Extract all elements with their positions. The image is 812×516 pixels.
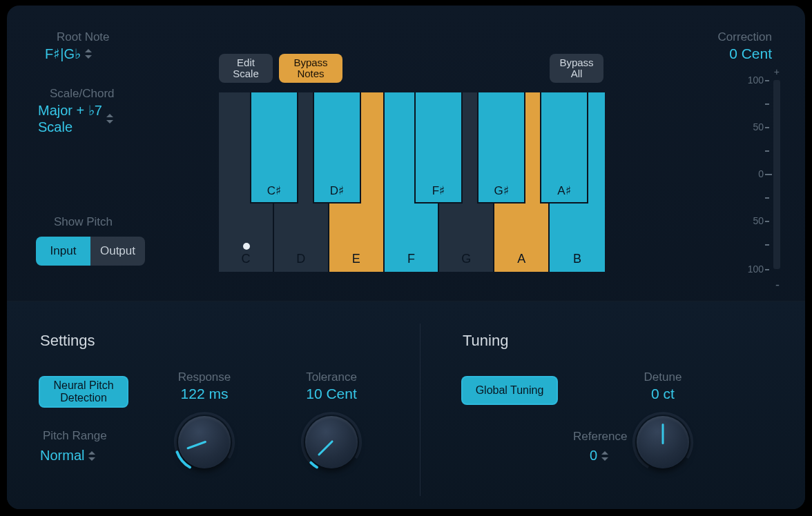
scale-chord-label: Scale/Chord [50,87,115,101]
tolerance-knob-unit: Tolerance 10 Cent [276,370,387,474]
key-label: C♯ [251,183,297,198]
root-note-value: F♯|G♭ [45,46,81,62]
correction-value: 0 Cent [729,46,772,62]
pitch-range-selector[interactable]: Normal [40,448,96,464]
meter-tick-label: 50 [736,215,764,226]
show-pitch-label: Show Pitch [54,215,113,229]
key-label: F [385,252,438,266]
black-key-Dsharp[interactable]: D♯ [313,92,361,204]
key-label: E [329,252,383,266]
meter-tick-label: 100 [736,264,764,275]
black-key-Asharp[interactable]: A♯ [540,92,588,204]
reference-value: 0 [590,448,597,464]
meter-tick [765,103,769,105]
meter-tick [765,150,769,152]
knob-pointer [662,424,664,444]
chevron-updown-icon [85,49,93,59]
chevron-updown-icon [106,114,114,123]
meter-tick [765,221,769,222]
bottom-section: Settings Tuning Neural Pitch Detection G… [7,301,805,509]
black-key-Gsharp[interactable]: G♯ [477,92,525,204]
scale-chord-value: Major + ♭7 Scale [38,102,102,135]
root-note-label: Root Note [57,30,110,44]
meter-tick [765,127,769,128]
key-label: G [439,252,493,266]
top-section: Root Note F♯|G♭ Scale/Chord Major + ♭7 S… [7,6,805,301]
show-pitch-input-button[interactable]: Input [36,237,90,266]
root-note-selector[interactable]: F♯|G♭ [45,46,93,62]
bypass-notes-button[interactable]: Bypass Notes [279,54,342,83]
key-label: A♯ [541,183,587,198]
tuning-title: Tuning [463,332,508,350]
meter-minus: - [775,278,780,292]
detune-value: 0 ct [608,386,718,402]
correction-meter[interactable]: + 10050050100 - [711,68,780,288]
settings-title: Settings [40,332,95,350]
scale-keyboard: CDEFGAB C♯D♯F♯G♯A♯ [219,92,605,272]
black-key-Fsharp[interactable]: F♯ [414,92,463,204]
response-value: 122 ms [149,386,260,402]
key-label: G♯ [478,183,524,198]
bypass-all-button[interactable]: Bypass All [550,54,603,83]
edit-scale-button[interactable]: Edit Scale [219,54,273,83]
pitch-range-value: Normal [40,448,84,464]
meter-tick [765,269,769,270]
meter-tick-label: 0 [736,168,764,179]
response-knob[interactable] [173,410,236,474]
tolerance-value: 10 Cent [276,386,387,402]
response-label: Response [149,370,260,384]
meter-tick [765,80,769,81]
scale-chord-selector[interactable]: Major + ♭7 Scale [38,102,114,135]
key-label: C [219,252,273,266]
neural-pitch-detection-button[interactable]: Neural Pitch Detection [39,376,128,408]
black-key-Csharp[interactable]: C♯ [250,92,298,204]
correction-label: Correction [718,30,772,44]
reference-selector[interactable]: 0 [590,448,609,464]
meter-tick-label: 100 [736,75,764,86]
detune-knob-unit: Detune 0 ct [608,370,718,474]
meter-tick-label: 50 [736,121,764,132]
section-divider [420,324,420,496]
chevron-updown-icon [88,451,96,461]
meter-tick [765,197,769,199]
meter-tick [765,244,769,246]
global-tuning-button[interactable]: Global Tuning [461,376,558,405]
knob-arc-icon [300,410,363,474]
tolerance-knob[interactable] [300,410,363,474]
pitch-range-label: Pitch Range [43,429,107,443]
meter-track [773,80,780,269]
black-keys-row: C♯D♯F♯G♯A♯ [219,92,605,204]
response-knob-unit: Response 122 ms [149,370,260,474]
tolerance-label: Tolerance [276,370,387,384]
key-label: B [550,252,605,266]
key-label: D♯ [314,183,360,198]
key-label: A [494,252,548,266]
detune-label: Detune [608,370,718,384]
pitch-indicator-dot [243,243,250,250]
detune-knob[interactable] [631,410,695,474]
knob-arc-icon [173,410,236,474]
pitch-correction-plugin: Root Note F♯|G♭ Scale/Chord Major + ♭7 S… [7,6,805,509]
key-label: D [274,252,328,266]
meter-tick [765,174,772,175]
meter-plus: + [774,66,780,77]
show-pitch-output-button[interactable]: Output [90,237,145,266]
show-pitch-segmented: Input Output [36,237,145,266]
key-label: F♯ [416,183,461,198]
